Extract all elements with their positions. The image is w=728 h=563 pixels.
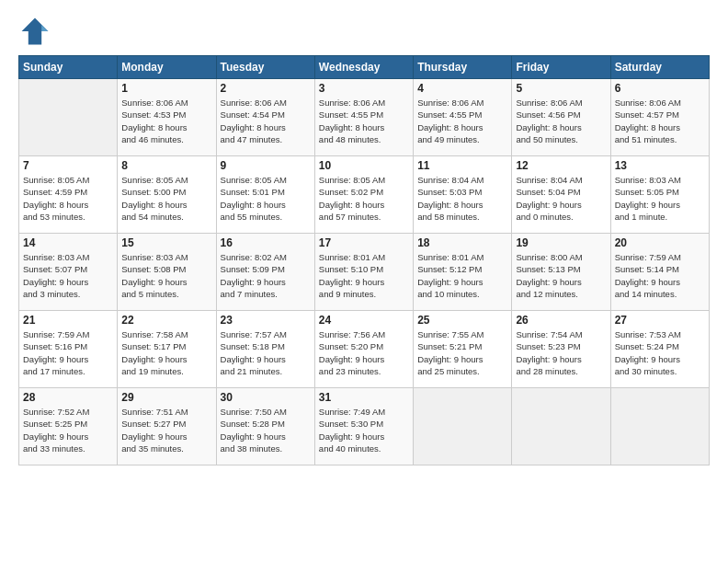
day-number: 11	[417, 159, 507, 172]
day-number: 24	[319, 314, 409, 327]
day-info: Sunrise: 7:59 AM Sunset: 5:16 PM Dayligh…	[23, 328, 113, 377]
day-info: Sunrise: 8:02 AM Sunset: 5:09 PM Dayligh…	[221, 251, 311, 300]
week-row-5: 28Sunrise: 7:52 AM Sunset: 5:25 PM Dayli…	[19, 388, 710, 465]
week-row-2: 7Sunrise: 8:05 AM Sunset: 4:59 PM Daylig…	[19, 156, 710, 234]
day-info: Sunrise: 8:05 AM Sunset: 5:01 PM Dayligh…	[221, 174, 311, 223]
header-row: SundayMondayTuesdayWednesdayThursdayFrid…	[19, 56, 710, 79]
day-number: 12	[516, 159, 606, 172]
day-info: Sunrise: 8:05 AM Sunset: 5:00 PM Dayligh…	[121, 174, 211, 223]
day-number: 16	[221, 236, 311, 249]
calendar-cell: 30Sunrise: 7:50 AM Sunset: 5:28 PM Dayli…	[216, 388, 314, 465]
calendar-cell	[610, 388, 709, 465]
day-info: Sunrise: 8:06 AM Sunset: 4:55 PM Dayligh…	[319, 97, 409, 145]
day-number: 21	[23, 314, 113, 327]
header-day-tuesday: Tuesday	[216, 56, 314, 79]
calendar-cell: 25Sunrise: 7:55 AM Sunset: 5:21 PM Dayli…	[414, 311, 512, 388]
week-row-1: 1Sunrise: 8:06 AM Sunset: 4:53 PM Daylig…	[19, 79, 710, 156]
day-number: 14	[23, 236, 113, 249]
calendar-cell: 22Sunrise: 7:58 AM Sunset: 5:17 PM Dayli…	[118, 311, 216, 388]
calendar-cell: 12Sunrise: 8:04 AM Sunset: 5:04 PM Dayli…	[512, 156, 610, 234]
day-number: 13	[615, 159, 705, 172]
day-number: 29	[121, 391, 211, 404]
day-number: 31	[319, 391, 409, 404]
calendar-cell: 21Sunrise: 7:59 AM Sunset: 5:16 PM Dayli…	[19, 311, 118, 388]
day-info: Sunrise: 7:55 AM Sunset: 5:21 PM Dayligh…	[417, 328, 507, 377]
day-number: 27	[615, 314, 705, 327]
day-info: Sunrise: 8:04 AM Sunset: 5:04 PM Dayligh…	[516, 174, 606, 223]
day-info: Sunrise: 8:06 AM Sunset: 4:56 PM Dayligh…	[516, 97, 606, 145]
day-number: 20	[615, 236, 705, 249]
day-info: Sunrise: 8:06 AM Sunset: 4:54 PM Dayligh…	[221, 97, 311, 145]
calendar-cell	[512, 388, 610, 465]
header	[18, 15, 710, 48]
day-number: 8	[121, 159, 211, 172]
calendar-cell: 18Sunrise: 8:01 AM Sunset: 5:12 PM Dayli…	[414, 234, 512, 311]
day-number: 30	[221, 391, 311, 404]
calendar-cell: 1Sunrise: 8:06 AM Sunset: 4:53 PM Daylig…	[118, 79, 216, 156]
day-info: Sunrise: 8:03 AM Sunset: 5:05 PM Dayligh…	[615, 174, 705, 223]
calendar-cell: 27Sunrise: 7:53 AM Sunset: 5:24 PM Dayli…	[610, 311, 709, 388]
calendar-cell: 24Sunrise: 7:56 AM Sunset: 5:20 PM Dayli…	[314, 311, 413, 388]
page: SundayMondayTuesdayWednesdayThursdayFrid…	[0, 0, 728, 563]
day-info: Sunrise: 7:57 AM Sunset: 5:18 PM Dayligh…	[221, 328, 311, 377]
day-info: Sunrise: 8:05 AM Sunset: 4:59 PM Dayligh…	[23, 174, 113, 223]
calendar-cell: 26Sunrise: 7:54 AM Sunset: 5:23 PM Dayli…	[512, 311, 610, 388]
calendar-cell: 4Sunrise: 8:06 AM Sunset: 4:55 PM Daylig…	[414, 79, 512, 156]
day-number: 2	[221, 82, 311, 95]
day-info: Sunrise: 7:59 AM Sunset: 5:14 PM Dayligh…	[615, 251, 705, 300]
day-number: 25	[417, 314, 507, 327]
day-info: Sunrise: 8:03 AM Sunset: 5:08 PM Dayligh…	[121, 251, 211, 300]
day-info: Sunrise: 8:06 AM Sunset: 4:55 PM Dayligh…	[417, 97, 507, 145]
day-number: 5	[516, 82, 606, 95]
calendar-cell: 17Sunrise: 8:01 AM Sunset: 5:10 PM Dayli…	[314, 234, 413, 311]
day-info: Sunrise: 7:52 AM Sunset: 5:25 PM Dayligh…	[23, 406, 113, 454]
day-number: 1	[121, 82, 211, 95]
day-info: Sunrise: 8:06 AM Sunset: 4:53 PM Dayligh…	[121, 97, 211, 145]
calendar-cell: 7Sunrise: 8:05 AM Sunset: 4:59 PM Daylig…	[19, 156, 118, 234]
calendar-cell: 14Sunrise: 8:03 AM Sunset: 5:07 PM Dayli…	[19, 234, 118, 311]
day-number: 19	[516, 236, 606, 249]
day-info: Sunrise: 8:01 AM Sunset: 5:12 PM Dayligh…	[417, 251, 507, 300]
calendar-table: SundayMondayTuesdayWednesdayThursdayFrid…	[18, 55, 710, 465]
calendar-cell: 31Sunrise: 7:49 AM Sunset: 5:30 PM Dayli…	[314, 388, 413, 465]
calendar-cell	[19, 79, 118, 156]
calendar-cell: 6Sunrise: 8:06 AM Sunset: 4:57 PM Daylig…	[610, 79, 709, 156]
logo-icon	[18, 15, 51, 48]
day-info: Sunrise: 8:03 AM Sunset: 5:07 PM Dayligh…	[23, 251, 113, 300]
day-info: Sunrise: 7:58 AM Sunset: 5:17 PM Dayligh…	[121, 328, 211, 377]
day-info: Sunrise: 7:54 AM Sunset: 5:23 PM Dayligh…	[516, 328, 606, 377]
day-info: Sunrise: 8:06 AM Sunset: 4:57 PM Dayligh…	[615, 97, 705, 145]
header-day-friday: Friday	[512, 56, 610, 79]
week-row-4: 21Sunrise: 7:59 AM Sunset: 5:16 PM Dayli…	[19, 311, 710, 388]
day-number: 6	[615, 82, 705, 95]
day-info: Sunrise: 7:56 AM Sunset: 5:20 PM Dayligh…	[319, 328, 409, 377]
logo	[18, 15, 55, 48]
day-info: Sunrise: 7:49 AM Sunset: 5:30 PM Dayligh…	[319, 406, 409, 454]
header-day-thursday: Thursday	[414, 56, 512, 79]
calendar-cell: 13Sunrise: 8:03 AM Sunset: 5:05 PM Dayli…	[610, 156, 709, 234]
calendar-cell: 10Sunrise: 8:05 AM Sunset: 5:02 PM Dayli…	[314, 156, 413, 234]
calendar-cell: 9Sunrise: 8:05 AM Sunset: 5:01 PM Daylig…	[216, 156, 314, 234]
day-info: Sunrise: 7:53 AM Sunset: 5:24 PM Dayligh…	[615, 328, 705, 377]
header-day-saturday: Saturday	[610, 56, 709, 79]
day-number: 17	[319, 236, 409, 249]
day-number: 7	[23, 159, 113, 172]
calendar-cell: 28Sunrise: 7:52 AM Sunset: 5:25 PM Dayli…	[19, 388, 118, 465]
day-number: 10	[319, 159, 409, 172]
calendar-cell: 19Sunrise: 8:00 AM Sunset: 5:13 PM Dayli…	[512, 234, 610, 311]
calendar-cell: 16Sunrise: 8:02 AM Sunset: 5:09 PM Dayli…	[216, 234, 314, 311]
day-info: Sunrise: 7:50 AM Sunset: 5:28 PM Dayligh…	[221, 406, 311, 454]
day-number: 4	[417, 82, 507, 95]
calendar-cell: 20Sunrise: 7:59 AM Sunset: 5:14 PM Dayli…	[610, 234, 709, 311]
calendar-cell: 8Sunrise: 8:05 AM Sunset: 5:00 PM Daylig…	[118, 156, 216, 234]
day-info: Sunrise: 8:00 AM Sunset: 5:13 PM Dayligh…	[516, 251, 606, 300]
header-day-sunday: Sunday	[19, 56, 118, 79]
calendar-cell: 5Sunrise: 8:06 AM Sunset: 4:56 PM Daylig…	[512, 79, 610, 156]
day-number: 28	[23, 391, 113, 404]
calendar-cell	[414, 388, 512, 465]
day-info: Sunrise: 7:51 AM Sunset: 5:27 PM Dayligh…	[121, 406, 211, 454]
calendar-cell: 11Sunrise: 8:04 AM Sunset: 5:03 PM Dayli…	[414, 156, 512, 234]
header-day-monday: Monday	[118, 56, 216, 79]
day-info: Sunrise: 8:05 AM Sunset: 5:02 PM Dayligh…	[319, 174, 409, 223]
calendar-cell: 3Sunrise: 8:06 AM Sunset: 4:55 PM Daylig…	[314, 79, 413, 156]
